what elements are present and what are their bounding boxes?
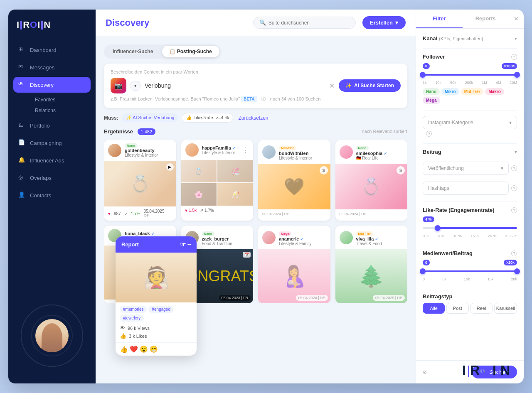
- tab-filter[interactable]: Filter: [416, 10, 463, 28]
- report-popup-tags: #memories #engaged #jewelery: [116, 302, 197, 325]
- filter-section-veroffentlichung: Veröffentlichung ▾ ?: [423, 162, 517, 175]
- platform-dropdown[interactable]: ▾: [131, 81, 140, 91]
- sidebar-label-dashboard: Dashboard: [30, 47, 57, 53]
- influencer-card[interactable]: Mega anamerle ✓ Lifestyle & Family 🤱 05.…: [258, 226, 330, 303]
- report-tag: #memories: [120, 306, 147, 313]
- reaction-thumbsup: 👍: [120, 345, 128, 353]
- ai-search-input[interactable]: [145, 82, 325, 89]
- card-image-area: 💍 ▶ ♥ 987 ↗ 1.7% 05.04.2025 | DE: [104, 161, 176, 221]
- eye-icon: 👁: [120, 325, 125, 331]
- slider-thumb-right[interactable]: [514, 72, 520, 78]
- card-username: anamerle ✓: [279, 236, 311, 241]
- sidebar-item-contacts[interactable]: 👤 Contacts: [13, 187, 91, 203]
- sidebar-item-dashboard[interactable]: ⊞ Dashboard: [13, 42, 91, 58]
- card-stats: 05.04.2024 | DE: [258, 209, 330, 219]
- tier-micro[interactable]: Mikro: [441, 88, 459, 95]
- ai-start-button[interactable]: ✨ AI Suche Starten: [339, 79, 401, 92]
- tier-mega[interactable]: Mega: [423, 97, 440, 104]
- tab-reports[interactable]: Reports: [463, 10, 509, 28]
- like-rate-info-icon[interactable]: ?: [511, 207, 517, 213]
- chevron-down-icon: ▾: [395, 20, 398, 26]
- hashtags-input[interactable]: Hashtags: [423, 182, 509, 195]
- muss-label: Muss:: [104, 115, 118, 121]
- sidebar-item-influencer-ads[interactable]: 🔔 Influencer Ads: [13, 152, 91, 168]
- sidebar-item-discovery[interactable]: 👁 Discovery: [13, 77, 91, 93]
- global-search-input[interactable]: [268, 20, 350, 26]
- tier-nano[interactable]: Nano: [423, 88, 440, 95]
- reset-filters-button[interactable]: ⊘: [423, 369, 427, 375]
- sidebar-subnav: Favorites Relations: [13, 94, 91, 116]
- card-image-area: 🖤 $ 05.04.2024 | DE: [258, 164, 330, 219]
- btype-reel[interactable]: Reel: [470, 303, 493, 314]
- reset-button[interactable]: Zurücksetzen: [238, 115, 268, 121]
- tier-badge: Mid-Tier: [356, 231, 373, 236]
- influencer-card[interactable]: Mid-Tier bondWithBen Lifestyle & Interio…: [258, 140, 330, 221]
- like-rate-thumb[interactable]: [435, 225, 441, 231]
- follower-min-val: 0: [423, 63, 430, 69]
- clear-button[interactable]: ✕: [329, 82, 335, 90]
- veroffentlichung-dropdown[interactable]: Veröffentlichung ▾: [423, 162, 509, 175]
- sidebar-label-messages: Messages: [30, 64, 54, 71]
- tab-posting-suche[interactable]: 📋 Posting-Suche: [162, 46, 219, 57]
- folder-icon: 🗂: [18, 122, 26, 129]
- sidebar-item-overlaps[interactable]: ◎ Overlaps: [13, 170, 91, 186]
- right-panel: Filter Reports ✕ Kanal (KPIs, Eigenschaf…: [416, 10, 524, 383]
- slider-thumb-left[interactable]: [420, 72, 426, 78]
- medienwert-thumb-left[interactable]: [420, 268, 426, 274]
- veroffentlichung-info-icon[interactable]: ?: [511, 165, 517, 171]
- btype-alle[interactable]: Alle: [423, 303, 445, 314]
- filter-ai-suche[interactable]: ✨ AI Suche: Verlobung: [122, 113, 179, 122]
- report-popup-stats: 👁 96 k Views 👍 3 k Likes: [116, 325, 197, 342]
- influencer-card[interactable]: Nano goldenbeauty Lifestyle & Interior 💍…: [104, 140, 176, 221]
- cursor-indicator: ☞: [180, 241, 186, 248]
- avatar: [340, 145, 353, 159]
- medienwert-slider[interactable]: [423, 270, 517, 272]
- follower-max-val: >10 M: [502, 63, 517, 69]
- follower-info-icon[interactable]: ?: [511, 54, 517, 60]
- filter-section-instagram: Instagram-Kategorie ▾ ?: [423, 116, 517, 137]
- global-search-bar[interactable]: 🔍: [253, 17, 356, 29]
- sidebar-label-contacts: Contacts: [30, 192, 51, 199]
- tier-macro[interactable]: Makro: [485, 88, 504, 95]
- sidebar-label-overlaps: Overlaps: [30, 175, 52, 181]
- report-popup-image: 👰: [116, 253, 197, 302]
- influencer-card[interactable]: happyFamilia ✓ Lifestyle & Interior ⋮ 💍 …: [181, 140, 254, 221]
- card-stats: ♥ 1.5k ↗ 1.7%: [181, 206, 254, 215]
- influencer-card[interactable]: Nano smilesophia ✓ 🇩🇪 Real Life 💍 $ 05.0…: [335, 140, 408, 221]
- remaining-searches: noch 34 von 100 Suchen: [270, 96, 321, 101]
- sidebar-item-campaigning[interactable]: 📄 Campaigning: [13, 135, 91, 151]
- close-report-button[interactable]: ╌: [187, 241, 191, 248]
- follower-slider[interactable]: [423, 74, 517, 76]
- btype-karussell[interactable]: Karussell: [494, 303, 517, 314]
- more-options-button[interactable]: ⋮: [242, 146, 249, 154]
- card-image: 🌲 05.04.2025 | DE: [335, 249, 408, 303]
- instagram-kategorie-dropdown[interactable]: Instagram-Kategorie ▾: [423, 116, 517, 129]
- medienwert-info-icon[interactable]: ?: [511, 251, 517, 256]
- erstellen-button[interactable]: Erstellen ▾: [362, 16, 406, 29]
- avatar: [185, 143, 199, 157]
- card-username: happyFamilia ✓: [202, 145, 239, 150]
- filter-like-rate[interactable]: 👍 Like-Rate: >=4 %: [182, 113, 233, 123]
- card-category: Travel & Food: [356, 241, 382, 246]
- instagram-info-icon[interactable]: ?: [426, 131, 432, 137]
- influencer-card[interactable]: Mid-Tier viva_lila ✓ Travel & Food 🌲 05.…: [335, 226, 408, 303]
- sidebar-item-messages[interactable]: ✉ Messages: [13, 59, 91, 75]
- thumbs-icon: 👍: [186, 115, 192, 120]
- posting-icon: 📋: [170, 49, 175, 54]
- chevron-icon[interactable]: ▾: [515, 36, 517, 42]
- like-rate-slider[interactable]: [423, 227, 517, 229]
- iroin-logo: IROIN: [462, 363, 511, 378]
- circle-icon: ◎: [18, 174, 26, 182]
- tier-mid[interactable]: Mid-Tier: [461, 88, 484, 95]
- btype-post[interactable]: Post: [446, 303, 468, 314]
- panel-close-button[interactable]: ✕: [509, 10, 524, 28]
- tab-influencer-suche[interactable]: Influencer-Suche: [105, 46, 160, 57]
- medienwert-max: >20k: [504, 260, 517, 265]
- medienwert-thumb-right[interactable]: [514, 268, 520, 274]
- hashtags-info-icon[interactable]: ?: [511, 185, 517, 191]
- sidebar-item-relations[interactable]: Relations: [30, 105, 91, 116]
- chevron-icon[interactable]: ▾: [515, 149, 517, 155]
- sidebar-item-favorites[interactable]: Favorites: [30, 94, 91, 105]
- dollar-badge: $: [320, 166, 328, 174]
- sidebar-item-portfolio[interactable]: 🗂 Portfolio: [13, 118, 91, 133]
